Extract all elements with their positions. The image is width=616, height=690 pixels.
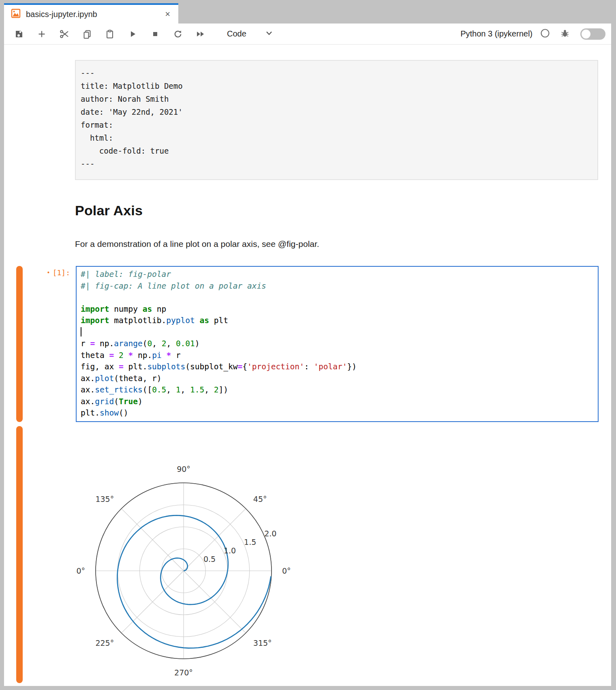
copy-cells-button[interactable] (80, 27, 94, 41)
fast-forward-icon (195, 29, 206, 39)
debugger-bug-icon[interactable] (560, 28, 570, 40)
code-line: theta = 2 * np.pi * r (81, 350, 594, 362)
cell-type-value: Code (227, 29, 246, 39)
interrupt-kernel-button[interactable] (148, 27, 162, 41)
svg-text:1.0: 1.0 (224, 546, 236, 555)
output-cell-row: 0°45°90°135°180°225°270°315°0.51.01.52.0 (4, 426, 611, 683)
restart-kernel-button[interactable] (171, 27, 185, 41)
svg-text:135°: 135° (95, 494, 114, 503)
code-line: fig, ax = plt.subplots(subplot_kw={'proj… (81, 361, 594, 373)
code-line: ax.set_rticks([0.5, 1, 1.5, 2]) (81, 384, 594, 396)
scissors-icon (59, 29, 70, 39)
notebook-file-icon (11, 8, 21, 20)
restart-run-all-button[interactable] (194, 27, 207, 41)
code-line (81, 327, 594, 339)
output-prompt (23, 426, 76, 683)
raw-cell-line: --- (81, 157, 592, 170)
svg-text:180°: 180° (76, 566, 85, 575)
svg-text:225°: 225° (95, 638, 114, 647)
svg-text:0°: 0° (282, 566, 291, 575)
raw-cell-line: author: Norah Smith (81, 92, 592, 105)
paste-cells-button[interactable] (103, 27, 117, 41)
svg-text:1.5: 1.5 (244, 538, 256, 546)
raw-cell-editor[interactable]: ---title: Matplotlib Demoauthor: Norah S… (75, 60, 598, 180)
raw-cell-line: html: (81, 131, 592, 144)
markdown-paragraph: For a demonstration of a line plot on a … (75, 238, 611, 250)
code-editor[interactable]: #| label: fig-polar#| fig-cap: A line pl… (76, 266, 599, 422)
output-collapser-bar[interactable] (16, 426, 23, 683)
raw-cell-line: code-fold: true (81, 144, 592, 157)
notebook-window: Code Python 3 (ipykernel) (4, 24, 611, 686)
run-icon (128, 29, 137, 39)
save-button[interactable] (12, 27, 26, 41)
notebook-content: ---title: Matplotlib Demoauthor: Norah S… (4, 60, 611, 683)
code-line: import numpy as np (81, 304, 594, 315)
polar-plot: 0°45°90°135°180°225°270°315°0.51.01.52.0 (76, 426, 327, 683)
svg-text:270°: 270° (174, 668, 193, 677)
tab-title: basics-jupyter.ipynb (26, 10, 163, 19)
execution-count: [1]: (53, 268, 70, 277)
notebook-toolbar: Code Python 3 (ipykernel) (4, 24, 611, 45)
svg-text:45°: 45° (253, 494, 267, 503)
text-cursor (81, 327, 81, 336)
tab-close-icon[interactable]: × (163, 9, 173, 19)
code-line: plt.show() (81, 407, 594, 419)
run-cell-button[interactable] (126, 27, 139, 41)
chevron-down-icon (265, 30, 273, 38)
copy-icon (82, 29, 92, 39)
code-cell-row: •[1]: #| label: fig-polar#| fig-cap: A l… (4, 266, 611, 422)
plus-icon (37, 29, 47, 39)
stop-icon (150, 29, 160, 39)
code-line: ax.plot(theta, r) (81, 373, 594, 385)
svg-text:315°: 315° (253, 638, 272, 647)
raw-cell-line: --- (81, 66, 592, 79)
svg-text:90°: 90° (177, 465, 190, 474)
kernel-status-icon (540, 28, 550, 40)
run-indicator-dot: • (47, 269, 50, 276)
code-line: ax.grid(True) (81, 396, 594, 408)
kernel-name[interactable]: Python 3 (ipykernel) (460, 29, 533, 39)
code-line: #| label: fig-polar (81, 269, 594, 281)
insert-cell-button[interactable] (35, 27, 49, 41)
save-icon (14, 29, 24, 39)
code-line: import matplotlib.pyplot as plt (81, 315, 594, 327)
notebook-tab[interactable]: basics-jupyter.ipynb × (4, 3, 178, 24)
toggle-knob (582, 30, 590, 39)
svg-text:0.5: 0.5 (203, 554, 216, 563)
cut-cells-button[interactable] (58, 27, 71, 41)
execution-prompt: •[1]: (23, 266, 76, 422)
toolbar-toggle-switch[interactable] (580, 28, 605, 40)
raw-cell-line: format: (81, 118, 592, 131)
input-collapser-bar[interactable] (16, 266, 23, 422)
svg-text:2.0: 2.0 (264, 529, 276, 538)
markdown-heading: Polar Axis (75, 202, 611, 219)
code-line: #| fig-cap: A line plot on a polar axis (81, 281, 594, 292)
clipboard-icon (105, 29, 115, 39)
raw-cell-line: title: Matplotlib Demo (81, 79, 592, 92)
restart-icon (173, 29, 183, 39)
code-line: r = np.arange(0, 2, 0.01) (81, 338, 594, 350)
raw-cell-line: date: 'May 22nd, 2021' (81, 105, 592, 118)
cell-type-dropdown[interactable]: Code (227, 29, 273, 39)
code-line (81, 292, 594, 304)
